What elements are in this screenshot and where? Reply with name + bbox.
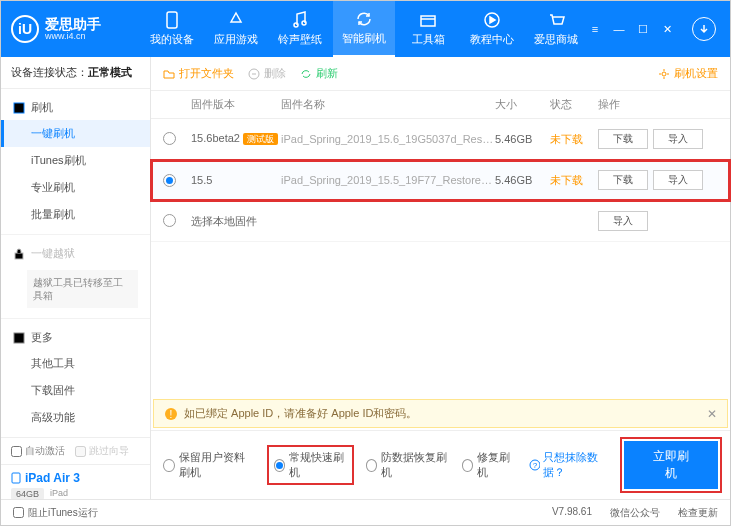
jailbreak-note: 越狱工具已转移至工具箱 — [27, 270, 138, 308]
local-firmware-label: 选择本地固件 — [191, 214, 598, 229]
refresh-button[interactable]: 刷新 — [300, 66, 338, 81]
nav-tutorials[interactable]: 教程中心 — [461, 1, 523, 57]
cell-name: iPad_Spring_2019_15.6_19G5037d_Restore.i… — [281, 133, 495, 145]
import-button[interactable]: 导入 — [653, 129, 703, 149]
flash-now-button[interactable]: 立即刷机 — [624, 441, 718, 489]
version-label: V7.98.61 — [552, 506, 592, 520]
square-icon — [13, 102, 25, 114]
download-circle-icon[interactable] — [692, 17, 716, 41]
th-version: 固件版本 — [191, 97, 281, 112]
toolbar: 打开文件夹 删除 刷新 刷机设置 — [151, 57, 730, 91]
cell-status: 未下载 — [550, 132, 598, 147]
delete-button[interactable]: 删除 — [248, 66, 286, 81]
sidebar-head-jailbreak[interactable]: 一键越狱 — [1, 241, 150, 266]
warning-icon: ! — [164, 407, 178, 421]
sidebar-item-download-fw[interactable]: 下载固件 — [1, 377, 150, 404]
main-panel: 打开文件夹 删除 刷新 刷机设置 固件版本 固件名称 — [151, 57, 730, 499]
mode-keep-data[interactable]: 保留用户资料刷机 — [163, 450, 255, 480]
sidebar-item-pro[interactable]: 专业刷机 — [1, 174, 150, 201]
app-logo: iU 爱思助手 www.i4.cn — [11, 15, 141, 43]
nav-label: 智能刷机 — [342, 31, 386, 46]
cell-size: 5.46GB — [495, 174, 550, 186]
th-name: 固件名称 — [281, 97, 495, 112]
wipe-only-link[interactable]: ? 只想抹除数据？ — [529, 450, 610, 480]
row-radio[interactable] — [163, 174, 176, 187]
sidebar-item-other-tools[interactable]: 其他工具 — [1, 350, 150, 377]
nav-label: 工具箱 — [412, 32, 445, 47]
open-folder-button[interactable]: 打开文件夹 — [163, 66, 234, 81]
play-icon — [483, 11, 501, 29]
row-radio[interactable] — [163, 132, 176, 145]
brand-name: 爱思助手 — [45, 17, 101, 31]
mode-anti-recovery[interactable]: 防数据恢复刷机 — [366, 450, 448, 480]
wechat-link[interactable]: 微信公众号 — [610, 506, 660, 520]
nav-label: 爱思商城 — [534, 32, 578, 47]
gear-icon — [658, 68, 670, 80]
minimize-icon[interactable]: — — [612, 22, 626, 36]
svg-rect-3 — [421, 16, 435, 26]
svg-point-1 — [294, 23, 298, 27]
sidebar-group-jailbreak: 一键越狱 越狱工具已转移至工具箱 — [1, 235, 150, 319]
close-notice-icon[interactable]: ✕ — [707, 407, 717, 421]
nav-store[interactable]: 爱思商城 — [525, 1, 587, 57]
svg-point-10 — [662, 72, 666, 76]
svg-rect-8 — [12, 473, 20, 483]
nav-label: 我的设备 — [150, 32, 194, 47]
table-row[interactable]: 15.5 iPad_Spring_2019_15.5_19F77_Restore… — [151, 160, 730, 201]
import-button[interactable]: 导入 — [598, 211, 648, 231]
sidebar-item-itunes[interactable]: iTunes刷机 — [1, 147, 150, 174]
th-ops: 操作 — [598, 97, 718, 112]
sidebar-head-flash[interactable]: 刷机 — [1, 95, 150, 120]
block-itunes-checkbox[interactable]: 阻止iTunes运行 — [13, 506, 98, 520]
refresh-icon — [355, 10, 373, 28]
box-icon — [419, 11, 437, 29]
logo-icon: iU — [11, 15, 39, 43]
svg-rect-7 — [14, 333, 24, 343]
app-icon — [227, 11, 245, 29]
nav-label: 应用游戏 — [214, 32, 258, 47]
connection-status: 设备连接状态：正常模式 — [1, 57, 150, 89]
lock-icon — [13, 248, 25, 260]
firmware-rows: 15.6beta2测试版 iPad_Spring_2019_15.6_19G50… — [151, 119, 730, 242]
folder-icon — [163, 68, 175, 80]
auto-activate-checkbox[interactable]: 自动激活 — [11, 444, 65, 458]
mode-repair[interactable]: 修复刷机 — [462, 450, 515, 480]
status-label: 设备连接状态： — [11, 66, 88, 78]
sidebar-item-advanced[interactable]: 高级功能 — [1, 404, 150, 431]
bottom-section: ! 如已绑定 Apple ID，请准备好 Apple ID和密码。 ✕ 保留用户… — [151, 397, 730, 499]
nav-ringtones[interactable]: 铃声壁纸 — [269, 1, 331, 57]
row-radio[interactable] — [163, 214, 176, 227]
nav-toolbox[interactable]: 工具箱 — [397, 1, 459, 57]
flash-settings-button[interactable]: 刷机设置 — [658, 66, 718, 81]
cell-status: 未下载 — [550, 173, 598, 188]
maximize-icon[interactable]: ☐ — [636, 22, 650, 36]
notice-text: 如已绑定 Apple ID，请准备好 Apple ID和密码。 — [184, 406, 418, 421]
local-firmware-row[interactable]: 选择本地固件 导入 — [151, 201, 730, 242]
nav-my-device[interactable]: 我的设备 — [141, 1, 203, 57]
svg-text:?: ? — [533, 461, 538, 470]
sidebar-group-more: 更多 其他工具 下载固件 高级功能 — [1, 319, 150, 437]
table-row[interactable]: 15.6beta2测试版 iPad_Spring_2019_15.6_19G50… — [151, 119, 730, 160]
menu-icon[interactable]: ≡ — [588, 22, 602, 36]
sidebar-item-oneclick[interactable]: 一键刷机 — [1, 120, 150, 147]
square-icon — [13, 332, 25, 344]
check-update-link[interactable]: 检查更新 — [678, 506, 718, 520]
sidebar-item-batch[interactable]: 批量刷机 — [1, 201, 150, 228]
svg-text:!: ! — [170, 409, 173, 420]
phone-icon — [163, 11, 181, 29]
sidebar-head-more[interactable]: 更多 — [1, 325, 150, 350]
mode-normal-fast[interactable]: 常规快速刷机 — [269, 447, 352, 483]
download-button[interactable]: 下载 — [598, 170, 648, 190]
nav-apps[interactable]: 应用游戏 — [205, 1, 267, 57]
close-icon[interactable]: ✕ — [660, 22, 674, 36]
import-button[interactable]: 导入 — [653, 170, 703, 190]
music-icon — [291, 11, 309, 29]
download-button[interactable]: 下载 — [598, 129, 648, 149]
nav-smart-flash[interactable]: 智能刷机 — [333, 1, 395, 57]
cell-version: 15.5 — [191, 174, 281, 186]
tablet-icon — [11, 472, 21, 484]
svg-rect-6 — [15, 253, 23, 259]
skip-guide-checkbox[interactable]: 跳过向导 — [75, 444, 129, 458]
top-nav: 我的设备 应用游戏 铃声壁纸 智能刷机 工具箱 教程中心 — [141, 1, 587, 57]
nav-label: 教程中心 — [470, 32, 514, 47]
